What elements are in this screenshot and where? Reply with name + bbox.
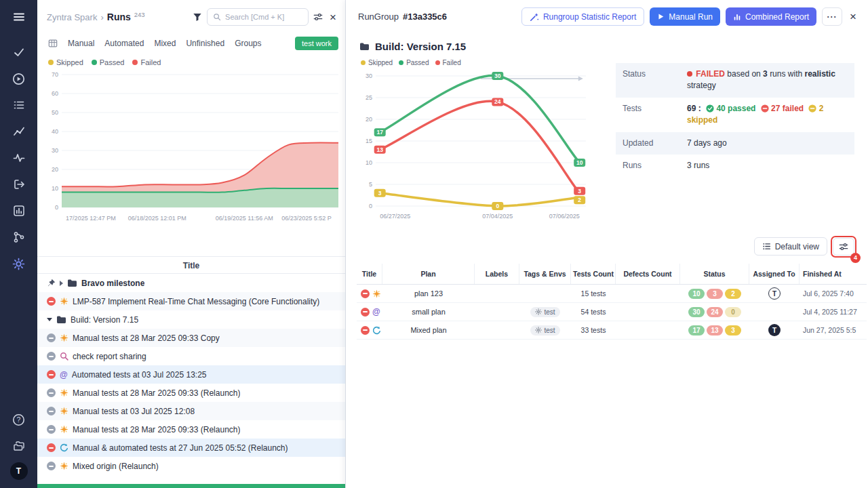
finished-at: Jul 6, 2025 7:40 <box>800 289 867 298</box>
run-list-item[interactable]: LMP-587 Implement Real-Time Chat Messagi… <box>37 292 345 310</box>
run-list-item[interactable]: Manual tests at 28 Mar 2025 09:33 (Relau… <box>37 384 345 402</box>
run-list-item[interactable]: check report sharing <box>37 347 345 365</box>
tab-manual[interactable]: Manual <box>68 39 94 48</box>
runs-count-badge: 243 <box>134 11 145 18</box>
tag-pill[interactable]: test <box>530 307 559 317</box>
tab-automated[interactable]: Automated <box>104 39 144 48</box>
sidebar-item-suites[interactable] <box>5 95 33 115</box>
assignee-avatar[interactable]: T <box>768 324 781 336</box>
manual-run-button[interactable]: Manual Run <box>650 7 720 26</box>
app: ?T Zyntra Spark › Runs 243 × ManualAutom… <box>0 0 868 488</box>
svg-text:06/23/2025 5:52 P: 06/23/2025 5:52 P <box>281 215 332 222</box>
legend-passed[interactable]: Passed <box>92 58 125 66</box>
column-header[interactable]: Title <box>357 264 382 284</box>
search-input[interactable] <box>225 13 303 21</box>
run-status-icon <box>361 308 370 317</box>
run-list-item[interactable]: Manual & automated tests at 27 Jun 2025 … <box>37 439 345 457</box>
legend-failed[interactable]: Failed <box>435 59 461 66</box>
legend-failed[interactable]: Failed <box>132 58 161 66</box>
legend-passed[interactable]: Passed <box>399 59 429 66</box>
failed-count-pill: 13 <box>707 325 723 336</box>
assignee-avatar[interactable]: T <box>768 287 781 300</box>
run-list-item[interactable]: Build: Version 7.15 <box>37 310 345 329</box>
user-avatar[interactable]: T <box>10 462 28 480</box>
run-list-item[interactable]: Mixed origin (Relaunch) <box>37 457 345 475</box>
run-list-item[interactable]: @Automated tests at 03 Jul 2025 13:25 <box>37 365 345 384</box>
default-view-button[interactable]: Default view <box>754 237 827 256</box>
status-pills: 30240 <box>680 307 749 317</box>
passed-count-pill: 30 <box>688 307 705 317</box>
more-actions-button[interactable]: ··· <box>822 7 842 26</box>
tests-count: 54 tests <box>571 308 616 316</box>
column-header[interactable]: Plan <box>382 264 475 284</box>
run-status-icon <box>47 425 56 434</box>
breadcrumb-section[interactable]: Runs <box>107 12 131 22</box>
tab-mixed[interactable]: Mixed <box>154 39 176 48</box>
sidebar-item-runs[interactable] <box>5 68 33 89</box>
column-header[interactable]: Status <box>680 264 749 284</box>
column-header[interactable]: Defects Count <box>616 264 680 284</box>
close-panel-icon[interactable]: × <box>328 12 338 23</box>
close-detail-icon[interactable]: × <box>848 11 859 22</box>
filter-button[interactable] <box>193 12 202 22</box>
column-header[interactable]: Assigned To <box>749 264 800 284</box>
at-icon: @ <box>60 371 68 379</box>
chart-legend: SkippedPassedFailed <box>37 56 345 68</box>
tab-groups[interactable]: Groups <box>235 39 261 48</box>
sidebar-item-settings[interactable] <box>5 253 33 274</box>
sidebar-item-analytics[interactable] <box>5 121 33 142</box>
column-header[interactable]: Tests Count <box>571 264 616 284</box>
column-header[interactable]: Finished At <box>800 264 867 284</box>
run-group-row[interactable]: plan 123 15 tests 1032 T Jul 6, 2025 7:4… <box>357 285 867 303</box>
filter-tag-pill[interactable]: test work <box>295 37 338 50</box>
view-settings-button[interactable] <box>313 12 323 22</box>
column-header[interactable]: Tags & Envs <box>519 264 571 284</box>
run-list-item[interactable]: Manual tests at 03 Jul 2025 12:08 <box>37 402 345 420</box>
sidebar-item-tests[interactable] <box>5 42 33 62</box>
sliders-icon <box>313 12 323 22</box>
sidebar-item-projects[interactable] <box>5 436 33 456</box>
at-icon: @ <box>372 308 380 316</box>
run-group-row[interactable]: @ small plan test 54 tests 30240 Jul 4, … <box>357 303 867 321</box>
run-status-icon <box>361 326 370 335</box>
sidebar-item-reports[interactable] <box>5 201 33 221</box>
table-settings-button[interactable]: 4 <box>833 238 854 256</box>
passed-check-icon <box>706 104 714 113</box>
folder-icon <box>67 279 77 287</box>
search-box[interactable] <box>207 8 309 26</box>
run-list-item[interactable]: Manual tests at 28 Mar 2025 09:33 (Relau… <box>37 420 345 439</box>
failed-count-pill: 24 <box>707 307 723 317</box>
sidebar-item-menu[interactable] <box>5 7 33 27</box>
funnel-icon <box>193 12 202 22</box>
tab-unfinished[interactable]: Unfinished <box>186 39 224 48</box>
breadcrumb-project[interactable]: Zyntra Spark <box>47 12 97 22</box>
list-view-icon <box>762 242 771 251</box>
svg-text:?: ? <box>17 415 21 424</box>
view-grid-icon[interactable] <box>48 39 58 48</box>
sidebar-item-import[interactable] <box>5 174 33 195</box>
run-status-icon <box>47 462 56 470</box>
svg-text:10: 10 <box>52 185 58 192</box>
sidebar-item-help[interactable]: ? <box>5 409 33 430</box>
column-header[interactable]: Labels <box>475 264 519 284</box>
failed-count-pill: 3 <box>707 289 723 299</box>
svg-text:30: 30 <box>494 73 501 79</box>
svg-text:50: 50 <box>52 109 58 116</box>
rungroup-statistic-report-button[interactable]: Rungroup Statistic Report <box>521 7 644 26</box>
run-list-item[interactable]: Manual tests at 28 Mar 2025 09:33 Copy <box>37 329 345 347</box>
run-status-icon <box>47 333 56 342</box>
run-list-item[interactable]: Bravo milestone <box>37 274 345 292</box>
svg-text:06/18/2025 12:01 PM: 06/18/2025 12:01 PM <box>128 215 186 222</box>
tag-pill[interactable]: test <box>530 325 559 336</box>
updated-row: Updated 7 days ago <box>616 132 854 155</box>
sidebar-item-pipelines[interactable] <box>5 227 33 247</box>
legend-skipped[interactable]: Skipped <box>361 59 393 66</box>
combined-report-button[interactable]: Combined Report <box>726 7 816 26</box>
run-group-row[interactable]: Mixed plan test 33 tests 17133 T Jun 27,… <box>357 321 867 340</box>
svg-text:17: 17 <box>376 129 383 136</box>
sidebar-item-pulse[interactable] <box>5 148 33 168</box>
run-title: Manual & automated tests at 27 Jun 2025 … <box>73 443 288 453</box>
legend-skipped[interactable]: Skipped <box>48 58 83 66</box>
finished-at: Jun 27, 2025 5:5 <box>800 326 867 334</box>
status-label: Status <box>623 68 687 92</box>
